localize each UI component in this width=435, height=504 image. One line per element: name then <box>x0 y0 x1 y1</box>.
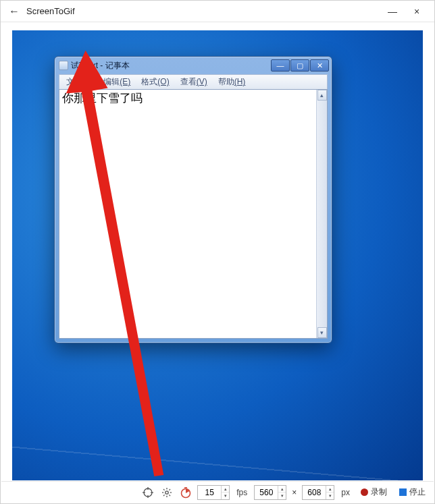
gear-icon[interactable] <box>159 485 174 500</box>
notepad-scrollbar[interactable]: ▴ ▾ <box>316 90 327 338</box>
width-value[interactable] <box>255 488 278 497</box>
scroll-up-button[interactable]: ▴ <box>317 90 327 101</box>
notepad-titlebar[interactable]: 试验.txt - 记事本 — ▢ ✕ <box>55 57 332 74</box>
back-button[interactable]: ← <box>6 5 22 18</box>
capture-viewport: 试验.txt - 记事本 — ▢ ✕ 文件(F) 编辑(E) 格式(O) 查看(… <box>12 30 423 480</box>
menu-edit[interactable]: 编辑(E) <box>99 75 134 89</box>
height-value[interactable] <box>303 488 326 497</box>
notepad-body: 你那里下雪了吗 ▴ ▾ <box>59 89 328 339</box>
height-input[interactable]: ▴ ▾ <box>302 485 334 500</box>
fps-step-up[interactable]: ▴ <box>222 486 229 493</box>
notepad-minimize-button[interactable]: — <box>271 59 290 72</box>
notepad-maximize-button[interactable]: ▢ <box>290 59 309 72</box>
fps-step-down[interactable]: ▾ <box>222 493 229 499</box>
scroll-down-button[interactable]: ▾ <box>317 327 327 338</box>
fps-input[interactable]: ▴ ▾ <box>197 485 230 500</box>
recorder-toolbar: ▴ ▾ fps ▴ ▾ × ▴ ▾ px 录制 停止 <box>1 481 434 503</box>
px-label: px <box>338 488 353 497</box>
timer-icon[interactable] <box>178 485 193 500</box>
notepad-menu-bar: 文件(F) 编辑(E) 格式(O) 查看(V) 帮助(H) <box>59 74 328 89</box>
record-icon <box>361 488 368 496</box>
svg-line-14 <box>170 489 171 491</box>
notepad-app-icon <box>59 61 68 70</box>
svg-line-11 <box>163 489 165 491</box>
crosshair-icon[interactable] <box>140 485 155 500</box>
app-window: ← ScreenToGif — × 试验.txt - 记事本 — ▢ ✕ 文件(… <box>0 0 435 504</box>
notepad-window[interactable]: 试验.txt - 记事本 — ▢ ✕ 文件(F) 编辑(E) 格式(O) 查看(… <box>54 56 332 343</box>
app-minimize-button[interactable]: — <box>380 1 405 22</box>
svg-line-13 <box>163 495 165 496</box>
fps-label: fps <box>234 488 250 497</box>
menu-view[interactable]: 查看(V) <box>176 75 211 89</box>
width-step-up[interactable]: ▴ <box>278 486 286 493</box>
notepad-close-button[interactable]: ✕ <box>310 59 329 72</box>
dimension-times: × <box>290 488 298 497</box>
app-titlebar: ← ScreenToGif — × <box>1 1 434 22</box>
svg-line-12 <box>170 495 171 496</box>
height-step-down[interactable]: ▾ <box>326 493 334 499</box>
menu-format[interactable]: 格式(O) <box>137 75 173 89</box>
stop-icon <box>399 488 407 496</box>
app-title: ScreenToGif <box>26 6 75 16</box>
notepad-window-controls: — ▢ ✕ <box>271 59 329 72</box>
svg-rect-16 <box>184 487 187 488</box>
notepad-title: 试验.txt - 记事本 <box>71 60 130 72</box>
record-label: 录制 <box>371 486 387 498</box>
stop-label: 停止 <box>409 486 426 498</box>
stop-button[interactable]: 停止 <box>395 485 430 500</box>
width-input[interactable]: ▴ ▾ <box>254 485 286 500</box>
menu-help[interactable]: 帮助(H) <box>214 75 250 89</box>
svg-point-6 <box>165 491 168 493</box>
record-button[interactable]: 录制 <box>357 485 391 500</box>
menu-file[interactable]: 文件(F) <box>62 75 97 89</box>
width-step-down[interactable]: ▾ <box>278 493 286 499</box>
height-step-up[interactable]: ▴ <box>326 486 334 493</box>
notepad-text-area[interactable]: 你那里下雪了吗 <box>59 90 316 338</box>
desktop-decor <box>12 354 423 480</box>
app-close-button[interactable]: × <box>405 1 429 22</box>
fps-value[interactable] <box>198 488 221 497</box>
